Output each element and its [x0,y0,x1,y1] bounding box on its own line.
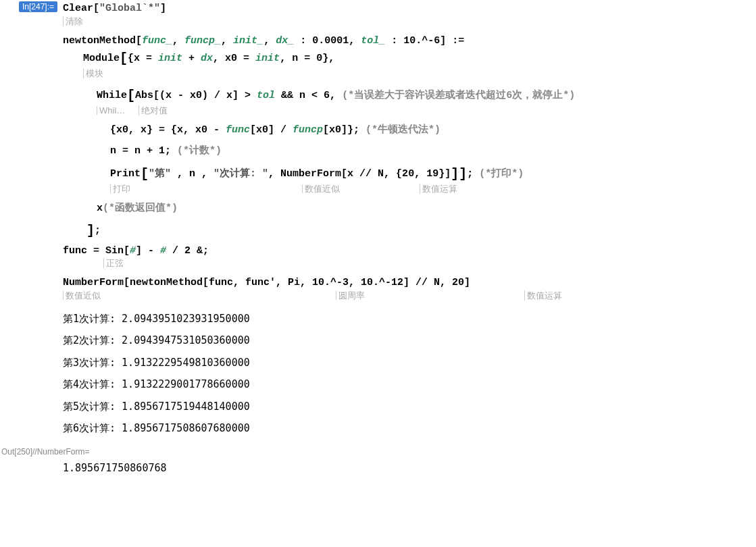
clear-hint: 清除 [63,17,756,26]
print-line: Print["第" , n , "次计算: ", NumberForm[x //… [63,159,756,184]
out-label: Out[250]//NumberForm= [1,447,89,457]
call-hint: 数值近似圆周率数值运算 [63,291,756,300]
while-line: While[Abs[(x - x0) / x] > tol && n < 6, … [63,86,756,106]
result-value: 1.895671750860768 [63,459,756,479]
output-2: 第2次计算: 2.0943947531050360000 [63,330,756,352]
sin-hint: 正弦 [63,259,756,267]
output-cell: 1.895671750860768 [0,458,756,482]
in-label: In[247]:= [19,1,57,12]
print-hint: 打印数值近似数值运算 [63,184,756,193]
output-4: 第4次计算: 1.9132229001778660000 [63,373,756,396]
call-line: NumberForm[newtonMethod[func, func', Pi,… [63,276,756,291]
def-line: newtonMethod[func_, funcp_, init_, dx_ :… [63,34,756,49]
module-hint: 模块 [63,69,756,78]
close-line: ]; [63,217,756,241]
module-line: Module[{x = init + dx, x0 = init, n = 0}… [63,49,756,69]
output-1: 第1次计算: 2.0943951023931950000 [63,308,756,330]
return-line: x(*函数返回值*) [63,201,756,217]
output-6: 第6次计算: 1.8956717508607680000 [63,417,756,440]
while-hint: Whil…绝对值 [63,106,756,115]
out-label-row: Out[250]//NumberForm= [0,442,756,458]
code-body[interactable]: Clear["Global`*"] 清除 newtonMethod[func_,… [60,0,756,442]
output-5: 第5次计算: 1.8956717519448140000 [63,396,756,418]
funcdef-line: func = Sin[#] - # / 2 &; [63,241,756,259]
in-label-col: In[247]:= [0,0,60,13]
clear-line: Clear["Global`*"] [63,1,756,17]
input-cell: In[247]:= Clear["Global`*"] 清除 newtonMet… [0,0,756,442]
output-3: 第3次计算: 1.9132229549810360000 [63,352,756,374]
iter-line: {x0, x} = {x, x0 - func[x0] / funcp[x0]}… [63,123,756,138]
count-line: n = n + 1; (*计数*) [63,138,756,159]
